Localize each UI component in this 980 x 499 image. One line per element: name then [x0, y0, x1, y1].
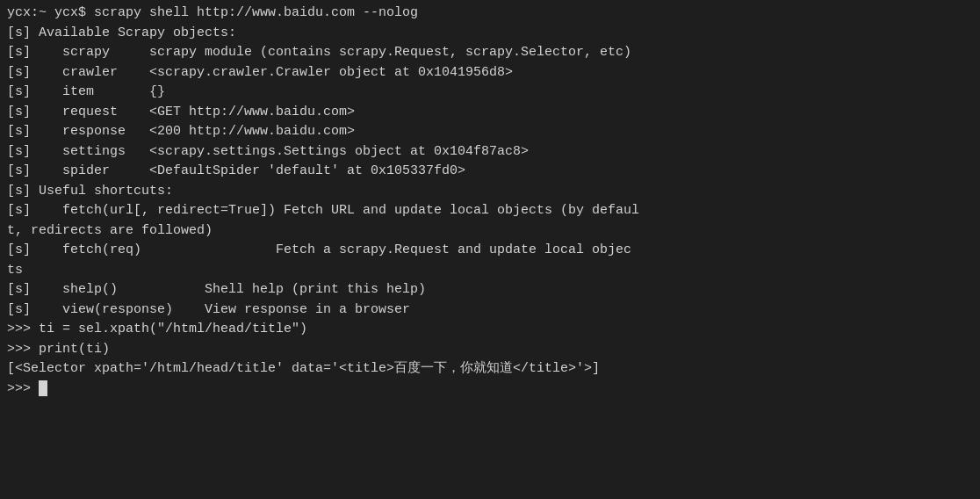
output-line-14: [s] shelp() Shell help (print this help)	[7, 280, 973, 300]
output-line-6: [s] response <200 http://www.baidu.com>	[7, 122, 973, 142]
repl-line-1: >>> ti = sel.xpath("/html/head/title")	[7, 320, 973, 340]
cursor-block	[39, 380, 47, 396]
selector-output: [<Selector xpath='/html/head/title' data…	[7, 359, 973, 380]
output-line-13: ts	[7, 261, 973, 281]
output-line-7: [s] settings <scrapy.settings.Settings o…	[7, 142, 973, 163]
repl-prompt[interactable]: >>>	[7, 380, 973, 400]
output-line-4: [s] item {}	[7, 83, 973, 103]
output-line-10: [s] fetch(url[, redirect=True]) Fetch UR…	[7, 201, 973, 221]
repl-line-2: >>> print(ti)	[7, 340, 973, 360]
output-line-3: [s] crawler <scrapy.crawler.Crawler obje…	[7, 63, 973, 83]
output-line-15: [s] view(response) View response in a br…	[7, 300, 973, 321]
output-line-1: [s] Available Scrapy objects:	[7, 24, 973, 44]
output-line-8: [s] spider <DefaultSpider 'default' at 0…	[7, 162, 973, 182]
terminal-window[interactable]: ycx:~ ycx$ scrapy shell http://www.baidu…	[0, 0, 980, 499]
prompt-text: >>>	[7, 381, 39, 396]
command-line: ycx:~ ycx$ scrapy shell http://www.baidu…	[7, 4, 973, 24]
output-line-5: [s] request <GET http://www.baidu.com>	[7, 103, 973, 123]
output-line-11: t, redirects are followed)	[7, 221, 973, 242]
output-line-9: [s] Useful shortcuts:	[7, 182, 973, 202]
output-line-12: [s] fetch(req) Fetch a scrapy.Request an…	[7, 241, 973, 261]
output-line-2: [s] scrapy scrapy module (contains scrap…	[7, 43, 973, 63]
